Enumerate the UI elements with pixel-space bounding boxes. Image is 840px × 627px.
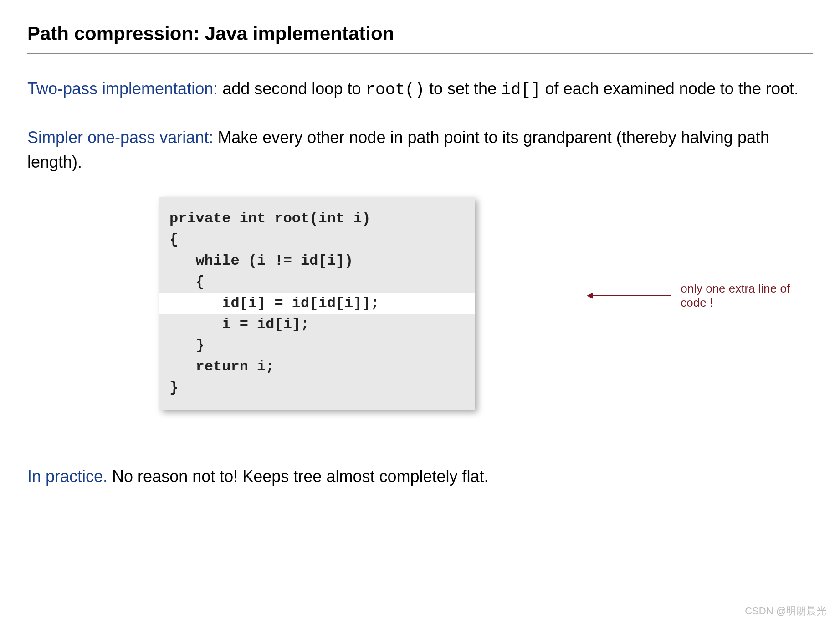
- two-pass-text-1: add second loop to: [218, 79, 365, 98]
- two-pass-label: Two-pass implementation:: [27, 79, 218, 98]
- section-two-pass: Two-pass implementation: add second loop…: [27, 77, 813, 103]
- code-line-9: }: [169, 379, 178, 396]
- two-pass-text-3: of each examined node to the root.: [541, 79, 799, 98]
- code-line-3: while (i != id[i]): [169, 252, 353, 269]
- one-pass-label: Simpler one-pass variant:: [27, 128, 213, 147]
- arrow-line: [588, 295, 671, 296]
- arrow-left-icon: [587, 293, 593, 299]
- code-line-4: {: [169, 273, 205, 290]
- code-block: private int root(int i) { while (i != id…: [159, 197, 475, 410]
- in-practice-label: In practice.: [27, 467, 108, 486]
- watermark: CSDN @明朗晨光: [745, 604, 826, 618]
- slide-title: Path compression: Java implementation: [27, 23, 813, 45]
- code-line-highlight: id[i] = id[id[i]];: [159, 293, 475, 314]
- annotation-text: only one extra line of code !: [681, 282, 813, 310]
- code-inline-root: root(): [365, 81, 425, 99]
- section-one-pass: Simpler one-pass variant: Make every oth…: [27, 125, 813, 175]
- code-line-2: {: [169, 231, 178, 248]
- code-line-8: return i;: [169, 358, 274, 375]
- title-divider: [27, 53, 813, 54]
- code-area: private int root(int i) { while (i != id…: [159, 197, 813, 410]
- code-line-1: private int root(int i): [169, 210, 371, 227]
- code-line-6: i = id[i];: [169, 316, 309, 333]
- two-pass-text-2: to set the: [425, 79, 501, 98]
- in-practice-text: No reason not to! Keeps tree almost comp…: [108, 467, 488, 486]
- section-in-practice: In practice. No reason not to! Keeps tre…: [27, 464, 813, 489]
- code-line-7: }: [169, 337, 205, 354]
- annotation: only one extra line of code !: [588, 282, 813, 310]
- code-inline-id: id[]: [501, 81, 540, 99]
